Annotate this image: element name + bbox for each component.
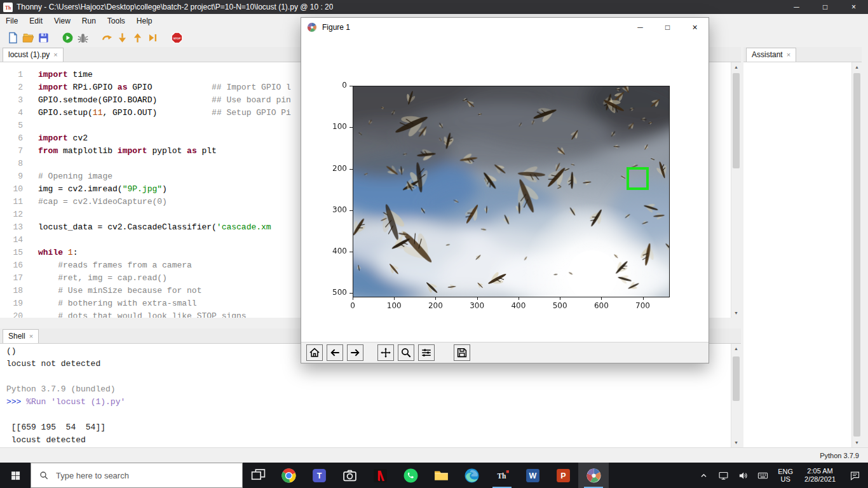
network-icon[interactable] xyxy=(714,463,733,488)
x-tick-label: 100 xyxy=(380,301,408,310)
resume-button[interactable] xyxy=(145,30,160,45)
figure-minimize-button[interactable]: ─ xyxy=(627,18,654,37)
taskbar-app-camera[interactable] xyxy=(334,463,365,488)
fig-save-button[interactable] xyxy=(454,344,470,361)
x-tick-label: 600 xyxy=(587,301,615,310)
line-number: 3 xyxy=(0,94,23,107)
fig-configure-button[interactable] xyxy=(418,344,435,361)
save-file-button[interactable] xyxy=(36,30,51,45)
line-number: 17 xyxy=(0,272,23,285)
assistant-scrollbar[interactable]: ▲ ▼ xyxy=(851,62,862,447)
figure-close-button[interactable]: × xyxy=(681,18,709,37)
close-button[interactable]: × xyxy=(839,0,868,14)
clock[interactable]: 2:05 AM 2/28/2021 xyxy=(798,467,842,484)
language-region: US xyxy=(778,475,793,483)
taskbar-app-whatsapp[interactable] xyxy=(395,463,426,488)
taskbar-app-task-view[interactable] xyxy=(243,463,273,488)
line-number: 11 xyxy=(0,196,23,208)
fig-home-button[interactable] xyxy=(306,344,323,361)
line-number: 14 xyxy=(0,234,23,247)
menu-file[interactable]: File xyxy=(0,14,24,28)
x-tick-mark xyxy=(643,297,644,300)
taskbar-app-chrome[interactable] xyxy=(273,463,304,488)
scrollbar-thumb[interactable] xyxy=(853,73,860,437)
tab-assistant[interactable]: Assistant × xyxy=(746,48,796,62)
system-tray: ENG US 2:05 AM 2/28/2021 xyxy=(694,463,868,488)
taskbar-app-powerpoint[interactable]: P xyxy=(548,463,578,488)
tab-close-icon[interactable]: × xyxy=(787,51,790,58)
fig-forward-button[interactable] xyxy=(347,344,363,361)
taskbar-app-teams[interactable]: T xyxy=(304,463,334,488)
editor-scrollbar[interactable]: ▲ ▼ xyxy=(731,62,741,318)
step-over-button[interactable] xyxy=(99,30,114,45)
taskbar-search[interactable] xyxy=(31,463,243,488)
figure-maximize-button[interactable]: □ xyxy=(654,18,681,37)
open-file-icon xyxy=(22,32,34,44)
netflix-icon xyxy=(372,468,388,484)
scrollbar-thumb[interactable] xyxy=(733,73,740,168)
x-tick-mark xyxy=(560,297,560,300)
x-tick-mark xyxy=(601,297,602,300)
maximize-button[interactable]: □ xyxy=(811,0,839,14)
fig-pan-button[interactable] xyxy=(377,344,394,361)
volume-icon[interactable] xyxy=(733,463,753,488)
stop-button[interactable]: STOP xyxy=(169,30,184,45)
action-center-icon[interactable] xyxy=(842,463,868,488)
menu-run[interactable]: Run xyxy=(76,14,102,28)
step-into-button[interactable] xyxy=(114,30,130,45)
search-icon xyxy=(39,470,49,480)
scroll-down-icon[interactable]: ▼ xyxy=(731,308,741,318)
taskbar-app-edge[interactable] xyxy=(456,463,487,488)
x-tick-label: 0 xyxy=(339,301,367,310)
scroll-down-icon[interactable]: ▼ xyxy=(731,438,741,447)
scroll-down-icon[interactable]: ▼ xyxy=(852,438,862,447)
touch-keyboard-icon[interactable] xyxy=(753,463,773,488)
debug-script-button[interactable] xyxy=(75,30,90,45)
statusbar: Python 3.7.9 xyxy=(0,447,868,463)
x-tick-label: 400 xyxy=(505,301,532,310)
shell-tab-label: Shell xyxy=(8,332,25,341)
run-script-button[interactable] xyxy=(60,30,75,45)
scrollbar-thumb[interactable] xyxy=(733,356,740,401)
y-tick-mark xyxy=(349,169,353,170)
figure-titlebar[interactable]: Figure 1 ─ □ × xyxy=(301,18,709,37)
detection-box xyxy=(627,167,649,189)
new-file-button[interactable] xyxy=(5,30,20,45)
plot-area[interactable] xyxy=(353,86,670,297)
line-number: 2 xyxy=(0,81,23,94)
language-indicator[interactable]: ENG US xyxy=(773,468,798,483)
figure-toolbar xyxy=(301,342,709,363)
step-out-button[interactable] xyxy=(130,30,145,45)
menu-help[interactable]: Help xyxy=(131,14,158,28)
hidden-icons-chevron-icon[interactable] xyxy=(694,463,714,488)
menu-tools[interactable]: Tools xyxy=(102,14,131,28)
taskbar-app-thonny[interactable]: Th xyxy=(487,463,517,488)
menu-edit[interactable]: Edit xyxy=(24,14,48,28)
thonny-titlebar[interactable]: Th Thonny - C:\Users\Hajooz\Desktop\coll… xyxy=(0,0,868,14)
menu-view[interactable]: View xyxy=(48,14,76,28)
minimize-button[interactable]: ─ xyxy=(782,0,811,14)
search-input[interactable] xyxy=(55,470,216,481)
tab-editor-file[interactable]: locust (1).py × xyxy=(3,48,64,62)
taskbar-app-file-explorer[interactable] xyxy=(426,463,456,488)
scroll-up-icon[interactable]: ▲ xyxy=(731,344,741,353)
open-file-button[interactable] xyxy=(20,30,36,45)
fig-back-button[interactable] xyxy=(327,344,343,361)
fig-zoom-button[interactable] xyxy=(398,344,414,361)
tab-close-icon[interactable]: × xyxy=(53,51,57,58)
pan-icon xyxy=(380,347,391,358)
shell-line xyxy=(6,409,731,421)
scroll-up-icon[interactable]: ▲ xyxy=(852,62,862,72)
taskbar-app-word[interactable]: W xyxy=(517,463,548,488)
scroll-up-icon[interactable]: ▲ xyxy=(731,62,741,72)
y-tick-mark xyxy=(349,86,353,86)
x-tick-label: 500 xyxy=(546,301,574,310)
taskbar-app-netflix[interactable] xyxy=(365,463,395,488)
thonny-icon: Th xyxy=(494,468,510,484)
start-button[interactable] xyxy=(0,463,31,488)
taskbar-app-matplotlib[interactable] xyxy=(578,463,609,488)
window-title: Thonny - C:\Users\Hajooz\Desktop\college… xyxy=(17,3,333,11)
tab-shell[interactable]: Shell × xyxy=(3,329,39,343)
tab-close-icon[interactable]: × xyxy=(29,332,33,340)
shell-scrollbar[interactable]: ▲ ▼ xyxy=(731,344,741,447)
